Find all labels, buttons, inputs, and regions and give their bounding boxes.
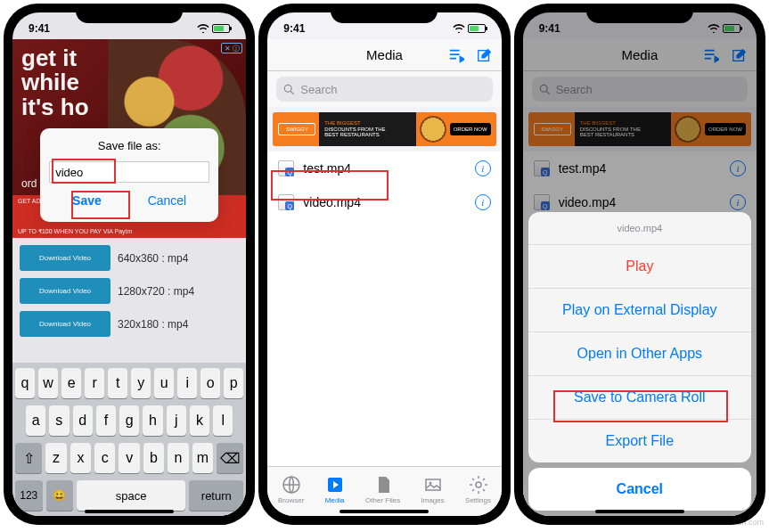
dialog-title: Save file as: (49, 139, 209, 152)
action-sheet-backdrop[interactable]: video.mp4 Play Play on External Display … (523, 12, 757, 516)
tab-media[interactable]: Media (325, 475, 345, 504)
ad-text: THE BIGGESTDISCOUNTS FROM THEBEST RESTAU… (319, 112, 415, 146)
svg-point-1 (285, 85, 292, 92)
phone-frame-2: 9:41 Media Search SWIGGY THE BIGGESTDISC… (258, 4, 510, 525)
ad-banner[interactable]: SWIGGY THE BIGGESTDISCOUNTS FROM THEBEST… (273, 112, 495, 146)
sheet-export[interactable]: Export File (528, 420, 751, 462)
playlist-icon[interactable] (448, 47, 464, 63)
file-name: test.mp4 (303, 161, 465, 176)
pizza-icon (420, 116, 446, 143)
video-file-icon (278, 194, 294, 210)
wifi-icon (453, 24, 465, 33)
sheet-play[interactable]: Play (528, 245, 751, 289)
globe-icon (282, 475, 301, 495)
save-button[interactable]: Save (61, 190, 112, 211)
phone-frame-3: 9:41 Media Search SWIGGY THE BIGGESTDISC… (514, 4, 765, 525)
ad-logo: SWIGGY (278, 123, 315, 135)
save-dialog-backdrop: Save file as: Save Cancel (12, 12, 246, 516)
svg-point-5 (429, 482, 431, 485)
search-input[interactable]: Search (276, 77, 492, 102)
sheet-save-camera-roll[interactable]: Save to Camera Roll (528, 376, 751, 420)
svg-rect-4 (426, 479, 440, 490)
search-icon (283, 84, 295, 95)
compose-icon[interactable] (477, 47, 493, 63)
media-icon (325, 475, 345, 495)
svg-point-6 (476, 482, 481, 487)
filename-input[interactable] (49, 161, 209, 183)
status-time: 9:41 (283, 22, 305, 35)
sheet-play-external[interactable]: Play on External Display (528, 289, 751, 332)
tab-settings[interactable]: Settings (465, 475, 491, 504)
video-file-icon (278, 160, 294, 176)
image-icon (423, 475, 443, 495)
battery-icon (468, 24, 486, 33)
watermark: wsxdn.com (724, 518, 764, 527)
action-sheet: video.mp4 Play Play on External Display … (528, 212, 751, 462)
order-now-button[interactable]: ORDER NOW (450, 123, 491, 135)
tab-other-files[interactable]: Other Files (365, 475, 400, 504)
file-icon (373, 475, 393, 495)
file-name: video.mp4 (303, 195, 465, 209)
nav-title: Media (366, 47, 403, 62)
phone-frame-1: 9:41 get it while it's ho ord ato ✕ ⓘ GE… (4, 4, 255, 525)
tab-bar: BrowserMediaOther FilesImagesSettings (267, 466, 501, 516)
info-icon[interactable]: i (475, 160, 491, 176)
file-row[interactable]: test.mp4 i (267, 151, 501, 185)
gear-icon (469, 475, 488, 495)
tab-images[interactable]: Images (421, 475, 445, 504)
save-file-dialog: Save file as: Save Cancel (40, 128, 218, 222)
sheet-cancel[interactable]: Cancel (528, 468, 751, 511)
info-icon[interactable]: i (475, 194, 491, 210)
sheet-open-other[interactable]: Open in Other Apps (528, 332, 751, 376)
cancel-button[interactable]: Cancel (137, 190, 198, 211)
tab-browser[interactable]: Browser (278, 475, 304, 504)
file-row[interactable]: video.mp4 i (267, 185, 501, 219)
sheet-title: video.mp4 (528, 212, 751, 245)
nav-bar: Media (267, 39, 501, 71)
file-list: test.mp4 i video.mp4 i (267, 151, 501, 466)
